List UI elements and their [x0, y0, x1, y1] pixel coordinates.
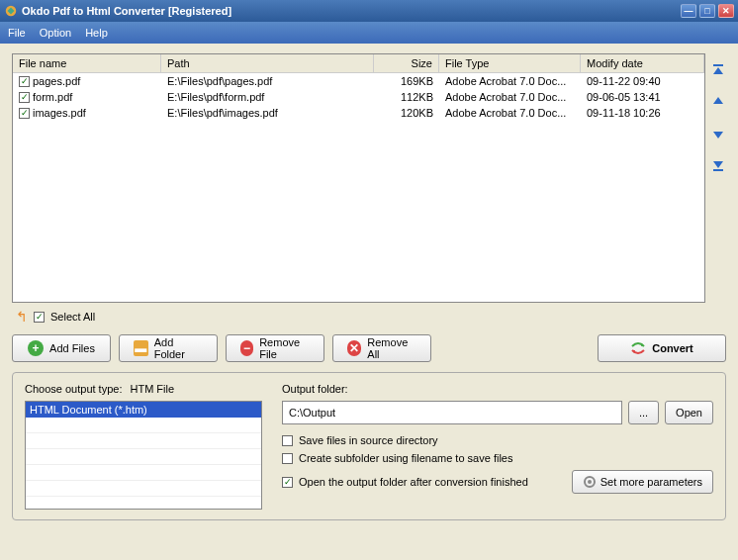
- file-date: 09-11-18 10:26: [581, 107, 704, 119]
- col-header-size[interactable]: Size: [374, 54, 439, 72]
- output-type-value: HTM File: [130, 383, 174, 395]
- minimize-button[interactable]: —: [681, 4, 696, 18]
- file-size: 112KB: [374, 91, 439, 103]
- folder-icon: ▬: [134, 340, 148, 356]
- file-size: 120KB: [374, 107, 439, 119]
- convert-button[interactable]: Convert: [598, 334, 726, 362]
- file-name: pages.pdf: [33, 75, 80, 87]
- file-path: E:\Files\pdf\pages.pdf: [161, 75, 374, 87]
- svg-point-4: [588, 480, 592, 484]
- output-type-label: Choose output type:: [25, 383, 122, 395]
- convert-icon: [630, 340, 646, 356]
- file-name: form.pdf: [33, 91, 72, 103]
- move-bottom-button[interactable]: [709, 156, 727, 174]
- file-row[interactable]: ✓pages.pdfE:\Files\pdf\pages.pdf169KBAdo…: [13, 73, 704, 89]
- open-after-checkbox[interactable]: ✓: [282, 477, 293, 488]
- minus-icon: −: [240, 340, 253, 356]
- file-name: images.pdf: [33, 107, 86, 119]
- open-after-label: Open the output folder after conversion …: [299, 476, 528, 488]
- save-source-checkbox[interactable]: [282, 435, 293, 446]
- menu-help[interactable]: Help: [85, 27, 108, 39]
- output-folder-label: Output folder:: [282, 383, 713, 395]
- menu-file[interactable]: File: [8, 27, 26, 39]
- plus-icon: +: [28, 340, 44, 356]
- subfolder-label: Create subfolder using filename to save …: [299, 452, 512, 464]
- subfolder-checkbox[interactable]: [282, 453, 293, 464]
- save-source-label: Save files in source directory: [299, 434, 438, 446]
- menubar: File Option Help: [0, 22, 738, 44]
- file-type: Adobe Acrobat 7.0 Doc...: [439, 107, 581, 119]
- app-logo-icon: [4, 4, 18, 18]
- open-folder-button[interactable]: Open: [665, 401, 713, 424]
- move-down-button[interactable]: [709, 125, 727, 142]
- up-folder-icon[interactable]: ↰: [16, 309, 28, 325]
- maximize-button[interactable]: □: [699, 4, 715, 18]
- file-date: 09-11-22 09:40: [581, 75, 704, 87]
- col-header-date[interactable]: Modify date: [581, 54, 704, 72]
- file-checkbox[interactable]: ✓: [19, 92, 30, 103]
- file-path: E:\Files\pdf\images.pdf: [161, 107, 374, 119]
- set-more-params-button[interactable]: Set more parameters: [572, 470, 713, 494]
- remove-all-button[interactable]: ✕Remove All: [332, 334, 431, 362]
- bottom-panel: Choose output type: HTM File HTML Docume…: [12, 372, 726, 520]
- output-type-selected[interactable]: HTML Document (*.htm): [26, 402, 261, 418]
- file-size: 169KB: [374, 75, 439, 87]
- col-header-type[interactable]: File Type: [439, 54, 581, 72]
- menu-option[interactable]: Option: [40, 27, 71, 39]
- file-type: Adobe Acrobat 7.0 Doc...: [439, 91, 581, 103]
- browse-button[interactable]: ...: [628, 401, 659, 424]
- file-checkbox[interactable]: ✓: [19, 76, 30, 87]
- remove-file-button[interactable]: −Remove File: [226, 334, 324, 362]
- file-row[interactable]: ✓images.pdfE:\Files\pdf\images.pdf120KBA…: [13, 105, 704, 121]
- file-type: Adobe Acrobat 7.0 Doc...: [439, 75, 581, 87]
- move-top-button[interactable]: [709, 61, 727, 79]
- output-folder-input[interactable]: [282, 401, 622, 424]
- file-checkbox[interactable]: ✓: [19, 108, 30, 119]
- svg-rect-2: [713, 169, 723, 171]
- x-icon: ✕: [347, 340, 361, 356]
- add-files-button[interactable]: +Add Files: [12, 334, 111, 362]
- col-header-name[interactable]: File name: [13, 54, 161, 72]
- titlebar: Okdo Pdf to Html Converter [Registered] …: [0, 0, 738, 22]
- col-header-path[interactable]: Path: [161, 54, 374, 72]
- file-row[interactable]: ✓form.pdfE:\Files\pdf\form.pdf112KBAdobe…: [13, 89, 704, 105]
- window-title: Okdo Pdf to Html Converter [Registered]: [22, 5, 681, 17]
- add-folder-button[interactable]: ▬Add Folder: [119, 334, 218, 362]
- select-all-checkbox[interactable]: ✓: [34, 312, 45, 323]
- file-list-header: File name Path Size File Type Modify dat…: [13, 54, 704, 73]
- gear-icon: [583, 475, 597, 489]
- svg-rect-1: [713, 64, 723, 66]
- move-up-button[interactable]: [709, 93, 727, 111]
- file-path: E:\Files\pdf\form.pdf: [161, 91, 374, 103]
- output-type-list[interactable]: HTML Document (*.htm): [25, 401, 262, 510]
- close-button[interactable]: ✕: [718, 4, 734, 18]
- file-date: 09-06-05 13:41: [581, 91, 704, 103]
- select-all-label: Select All: [50, 311, 95, 323]
- file-list[interactable]: File name Path Size File Type Modify dat…: [12, 53, 705, 303]
